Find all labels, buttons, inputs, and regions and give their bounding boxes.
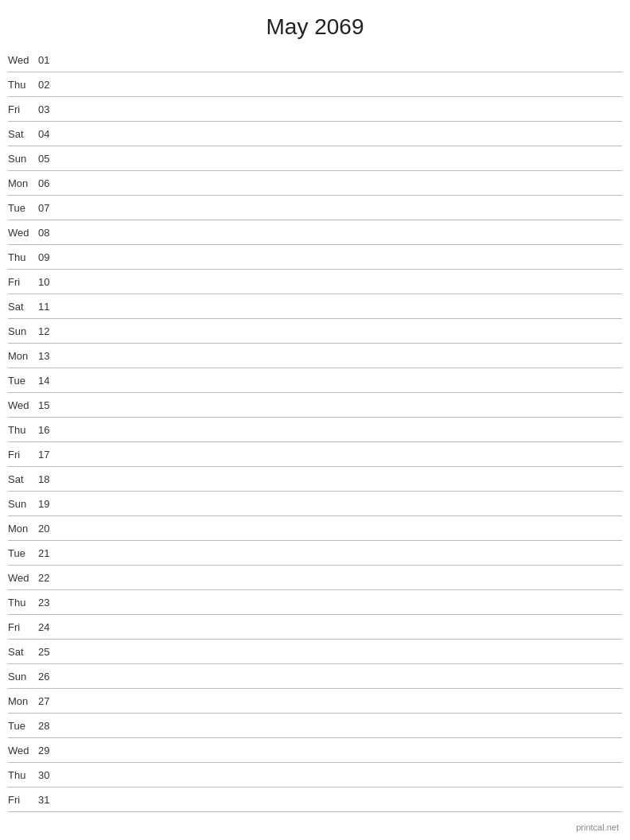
day-number: 01 xyxy=(38,54,60,66)
day-name: Wed xyxy=(8,227,38,239)
day-row: Thu09 xyxy=(8,245,622,270)
day-name: Sat xyxy=(8,301,38,313)
day-name: Fri xyxy=(8,449,38,461)
day-line xyxy=(60,504,622,504)
day-line xyxy=(60,602,622,603)
day-row: Mon27 xyxy=(8,689,622,714)
day-line xyxy=(60,627,622,628)
day-line xyxy=(60,134,622,134)
day-number: 11 xyxy=(38,301,60,313)
day-number: 18 xyxy=(38,473,60,485)
day-number: 10 xyxy=(38,276,60,288)
day-line xyxy=(60,257,622,258)
day-name: Fri xyxy=(8,276,38,288)
day-number: 22 xyxy=(38,572,60,584)
day-name: Wed xyxy=(8,399,38,411)
day-number: 08 xyxy=(38,227,60,239)
day-row: Sun05 xyxy=(8,146,622,171)
day-row: Tue21 xyxy=(8,541,622,566)
day-line xyxy=(60,651,622,652)
day-row: Thu23 xyxy=(8,590,622,615)
day-number: 14 xyxy=(38,375,60,387)
day-line xyxy=(60,60,622,60)
day-number: 25 xyxy=(38,646,60,658)
day-line xyxy=(60,84,622,85)
day-name: Wed xyxy=(8,572,38,584)
day-name: Sat xyxy=(8,646,38,658)
day-number: 09 xyxy=(38,251,60,263)
day-line xyxy=(60,158,622,159)
day-number: 13 xyxy=(38,350,60,362)
day-number: 04 xyxy=(38,128,60,140)
day-line xyxy=(60,725,622,726)
day-number: 27 xyxy=(38,695,60,707)
day-name: Fri xyxy=(8,794,38,806)
day-name: Thu xyxy=(8,424,38,436)
day-number: 06 xyxy=(38,177,60,189)
day-name: Tue xyxy=(8,547,38,559)
day-name: Sun xyxy=(8,325,38,337)
day-name: Tue xyxy=(8,202,38,214)
day-number: 23 xyxy=(38,597,60,609)
day-number: 21 xyxy=(38,547,60,559)
day-row: Fri03 xyxy=(8,97,622,122)
day-line xyxy=(60,701,622,702)
day-line xyxy=(60,799,622,800)
day-row: Sun19 xyxy=(8,492,622,516)
day-number: 20 xyxy=(38,523,60,535)
day-line xyxy=(60,553,622,554)
day-row: Tue07 xyxy=(8,196,622,220)
day-number: 26 xyxy=(38,671,60,682)
day-name: Thu xyxy=(8,769,38,781)
day-line xyxy=(60,356,622,356)
day-row: Mon20 xyxy=(8,516,622,541)
day-line xyxy=(60,479,622,480)
day-name: Thu xyxy=(8,597,38,609)
day-row: Wed08 xyxy=(8,220,622,245)
day-name: Mon xyxy=(8,350,38,362)
day-row: Sat18 xyxy=(8,467,622,492)
day-number: 02 xyxy=(38,79,60,91)
day-number: 07 xyxy=(38,202,60,214)
day-name: Mon xyxy=(8,523,38,535)
day-line xyxy=(60,578,622,578)
day-name: Sat xyxy=(8,473,38,485)
page-title: May 2069 xyxy=(0,0,630,48)
day-row: Wed22 xyxy=(8,566,622,590)
day-name: Fri xyxy=(8,621,38,633)
day-row: Thu30 xyxy=(8,763,622,788)
day-row: Sun26 xyxy=(8,664,622,689)
day-row: Mon06 xyxy=(8,171,622,196)
day-name: Sat xyxy=(8,128,38,140)
day-name: Mon xyxy=(8,695,38,707)
day-line xyxy=(60,528,622,529)
day-line xyxy=(60,676,622,677)
day-line xyxy=(60,775,622,776)
day-name: Thu xyxy=(8,251,38,263)
day-name: Sun xyxy=(8,498,38,510)
day-number: 12 xyxy=(38,325,60,337)
day-name: Mon xyxy=(8,177,38,189)
day-number: 28 xyxy=(38,720,60,732)
day-name: Fri xyxy=(8,103,38,115)
day-number: 19 xyxy=(38,498,60,510)
day-row: Sun12 xyxy=(8,319,622,344)
day-number: 17 xyxy=(38,449,60,461)
day-row: Thu02 xyxy=(8,72,622,97)
day-number: 24 xyxy=(38,621,60,633)
day-row: Fri10 xyxy=(8,270,622,294)
day-row: Fri17 xyxy=(8,442,622,467)
day-line xyxy=(60,282,622,282)
day-row: Mon13 xyxy=(8,344,622,368)
day-row: Fri31 xyxy=(8,788,622,812)
day-line xyxy=(60,405,622,406)
day-name: Sun xyxy=(8,671,38,682)
day-name: Wed xyxy=(8,745,38,756)
day-line xyxy=(60,454,622,455)
day-row: Wed29 xyxy=(8,738,622,763)
day-number: 30 xyxy=(38,769,60,781)
day-number: 29 xyxy=(38,745,60,756)
day-line xyxy=(60,183,622,184)
day-line xyxy=(60,306,622,307)
day-number: 16 xyxy=(38,424,60,436)
